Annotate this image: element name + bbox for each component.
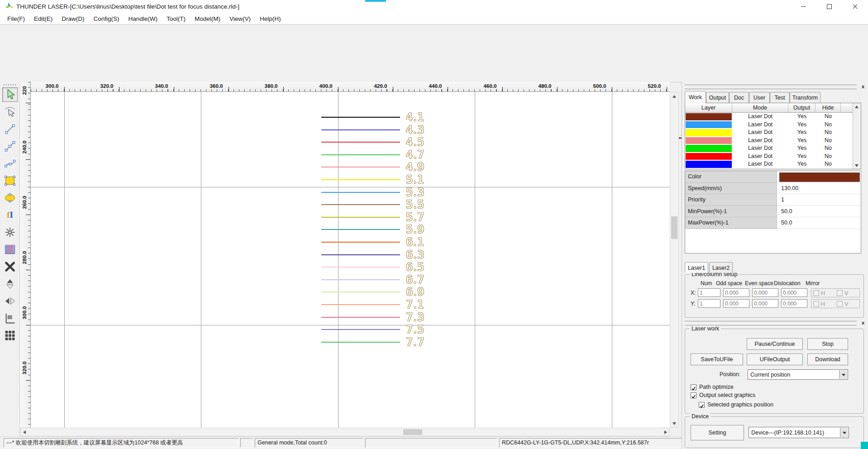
tab-doc[interactable]: Doc: [729, 92, 749, 103]
dot-test-line-6.3[interactable]: [321, 254, 400, 255]
delete-tool[interactable]: [2, 259, 18, 274]
scroll-left-button[interactable]: [20, 428, 28, 436]
dot-test-line-5.1[interactable]: [321, 179, 400, 180]
dot-test-line-7.1[interactable]: [321, 304, 400, 305]
drawing-canvas[interactable]: 4.14.34.54.74.95.15.35.55.75.96.16.36.56…: [31, 92, 670, 428]
mirror-checkbox-h[interactable]: [813, 290, 819, 296]
menu-tool[interactable]: Tool(T): [162, 13, 190, 24]
layer-row-2[interactable]: Laser DotYesNo: [685, 121, 854, 129]
dot-test-label-7.5[interactable]: 7.5: [406, 323, 424, 336]
line-tool[interactable]: [2, 122, 18, 136]
panel-close-icon-2[interactable]: x: [860, 320, 866, 325]
scroll-up-button[interactable]: [670, 92, 678, 100]
dot-test-line-6.9[interactable]: [321, 291, 400, 292]
select-tool[interactable]: [2, 87, 18, 102]
layer-row-6[interactable]: Laser DotYesNo: [685, 153, 854, 161]
tab-work[interactable]: Work: [685, 91, 706, 103]
dot-test-label-4.5[interactable]: 4.5: [406, 136, 424, 148]
tab-transform[interactable]: Transform: [790, 92, 820, 103]
layer-row-3[interactable]: Laser DotYesNo: [685, 129, 854, 137]
dot-test-line-4.3[interactable]: [321, 129, 400, 130]
linecol-input-y-3[interactable]: [781, 299, 807, 308]
dot-test-line-7.5[interactable]: [321, 329, 400, 330]
dot-test-label-5.3[interactable]: 5.3: [406, 186, 424, 199]
node-edit-tool[interactable]: [2, 105, 18, 119]
tab-laser1[interactable]: Laser1: [685, 262, 708, 273]
menu-view[interactable]: View(V): [225, 13, 255, 24]
menu-model[interactable]: Model(M): [190, 13, 225, 24]
linecol-input-y-0[interactable]: [698, 299, 720, 308]
dot-test-label-4.7[interactable]: 4.7: [406, 148, 424, 161]
layer-row-4[interactable]: Laser DotYesNo: [685, 137, 854, 145]
dot-test-label-5.1[interactable]: 5.1: [406, 173, 424, 186]
dot-test-line-6.7[interactable]: [321, 279, 400, 280]
vertical-scroll-thumb[interactable]: [671, 216, 677, 239]
polyline-tool[interactable]: [2, 139, 18, 153]
layer-color-swatch[interactable]: [686, 129, 732, 136]
scroll-down-button[interactable]: [670, 420, 678, 427]
tab-test[interactable]: Test: [770, 92, 790, 103]
prop-value-color[interactable]: [777, 171, 861, 183]
setting-button[interactable]: Setting: [691, 425, 744, 440]
mirror-v-tool[interactable]: [2, 277, 18, 291]
dot-test-line-5.7[interactable]: [321, 217, 400, 218]
layer-color-swatch[interactable]: [686, 137, 732, 144]
tab-output[interactable]: Output: [706, 92, 729, 103]
dot-test-line-7.3[interactable]: [321, 317, 400, 318]
linecol-input-y-1[interactable]: [723, 299, 749, 308]
dot-test-line-6.5[interactable]: [321, 267, 400, 267]
dot-test-line-4.1[interactable]: [321, 117, 400, 118]
scroll-right-button[interactable]: [662, 428, 669, 436]
ellipse-draw-tool[interactable]: [2, 191, 18, 205]
dot-test-label-6.5[interactable]: 6.5: [406, 261, 424, 273]
curve-tool[interactable]: [2, 156, 18, 171]
dot-test-line-7.7[interactable]: [321, 342, 400, 343]
horizontal-scrollbar[interactable]: [20, 428, 670, 436]
position-combobox[interactable]: Current position: [748, 369, 848, 380]
scroll-down-button[interactable]: [853, 162, 860, 169]
minimize-button[interactable]: [791, 0, 816, 13]
prop-value-maxpower[interactable]: 50.0: [777, 217, 861, 229]
layer-row-7[interactable]: Laser DotYesNo: [685, 160, 854, 168]
chevron-down-icon[interactable]: [839, 370, 847, 379]
dot-test-label-4.9[interactable]: 4.9: [406, 161, 424, 173]
chevron-down-icon[interactable]: [840, 428, 848, 437]
device-combobox[interactable]: Device---(IP:192.168.10.141): [749, 427, 849, 438]
checkbox-selected-graphics-position[interactable]: [699, 402, 705, 408]
vertical-scrollbar[interactable]: [670, 92, 679, 428]
close-button[interactable]: [842, 0, 868, 13]
prop-value-minpower[interactable]: 50.0: [777, 206, 861, 218]
layer-color-swatch[interactable]: [686, 145, 732, 152]
checkbox-path-optimize[interactable]: [691, 384, 696, 390]
dot-test-label-6.3[interactable]: 6.3: [406, 248, 424, 261]
pause-continue-button[interactable]: Pause/Continue: [747, 338, 803, 350]
dot-test-label-6.7[interactable]: 6.7: [406, 273, 424, 286]
mirror-checkbox-v[interactable]: [837, 290, 843, 296]
dot-test-label-6.1[interactable]: 6.1: [406, 236, 424, 248]
menu-draw[interactable]: Draw(D): [57, 13, 89, 24]
dot-test-line-4.9[interactable]: [321, 167, 400, 167]
engrave-grid-tool[interactable]: [2, 242, 18, 257]
color-swatch[interactable]: [779, 172, 860, 182]
linecol-input-x-2[interactable]: [752, 288, 778, 297]
prop-value-speedmms[interactable]: 130.00: [777, 183, 861, 195]
dot-test-label-5.9[interactable]: 5.9: [406, 223, 424, 236]
menu-edit[interactable]: Edit(E): [29, 13, 57, 24]
mirror-checkbox-h[interactable]: [813, 301, 819, 307]
text-tool[interactable]: fI: [2, 208, 18, 222]
layer-color-swatch[interactable]: [686, 113, 732, 120]
dot-test-line-6.1[interactable]: [321, 242, 400, 243]
dot-test-label-4.3[interactable]: 4.3: [406, 124, 424, 136]
panel-close-icon[interactable]: x: [860, 84, 866, 89]
maximize-button[interactable]: [816, 0, 842, 13]
menu-file[interactable]: File(F): [3, 13, 29, 24]
menu-config[interactable]: Config(S): [89, 13, 124, 24]
linecol-input-x-1[interactable]: [723, 288, 749, 297]
menu-help[interactable]: Help(H): [255, 13, 286, 24]
scroll-up-button[interactable]: [853, 103, 860, 110]
dot-test-line-5.9[interactable]: [321, 229, 400, 230]
dot-test-line-5.3[interactable]: [321, 192, 400, 193]
star-tool[interactable]: [2, 225, 18, 239]
tab-laser2[interactable]: Laser2: [709, 262, 733, 273]
mirror-h-tool[interactable]: [2, 294, 18, 308]
